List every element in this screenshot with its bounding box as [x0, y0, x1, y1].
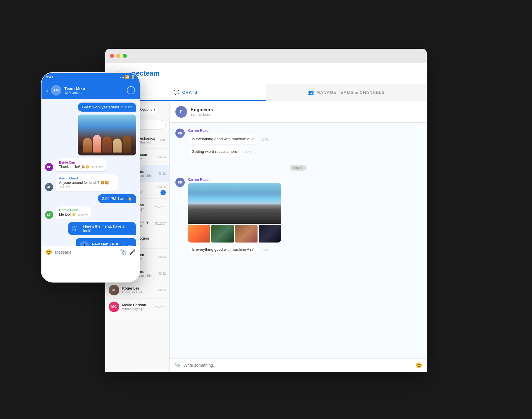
- received-message-bettie: BC Bettie Carr Thanks mike! 🎉👏 12:03 PM: [45, 158, 118, 171]
- phone-chat-name: Team Mike: [64, 86, 124, 91]
- chat-header: E Engineers 32 members: [170, 101, 427, 123]
- gerald-avatar-1: GP: [45, 211, 53, 219]
- karren-sender-name-1: Karren Read: [188, 129, 269, 133]
- desktop-tabs: 💬 CHATS 👥 MANAGE TEAMS & CHANNELS: [105, 84, 427, 101]
- group-avatar-phone: TM: [51, 85, 61, 96]
- message-block-karren1: KR Karren Read Is everything good with m…: [175, 129, 421, 158]
- info-icon-text: i: [130, 88, 131, 93]
- image-thumb-bridge: [235, 225, 258, 243]
- mollie-info: Mollie Carlson Who's staying?: [122, 303, 151, 311]
- tab-manage[interactable]: 👥 MANAGE TEAMS & CHANNELS: [266, 84, 427, 101]
- skyline-image: [188, 183, 281, 224]
- signal-icon: ▪▪▪: [120, 75, 124, 79]
- phone-status-bar: 9:41 ▪▪▪ 📶 🔋: [42, 73, 140, 82]
- allcompany-time: 3/2/2017: [154, 222, 166, 225]
- app-header: c onnecteam: [105, 63, 427, 84]
- mollie-preview: Who's staying?: [122, 307, 151, 311]
- sent-image-1: [45, 115, 136, 155]
- roger-avatar: RL: [109, 285, 119, 295]
- cora-time: 08:15: [158, 186, 166, 189]
- image-message: [78, 115, 136, 155]
- date-divider: Sep 19: [175, 165, 421, 171]
- chat-tab-icon: 💬: [174, 89, 180, 95]
- emoji-icon-desktop[interactable]: 😊: [416, 362, 422, 368]
- gerald-name-1: Gerald Powell: [59, 208, 88, 212]
- john-time: 08:33: [158, 255, 166, 259]
- bettie-avatar: BC: [45, 163, 53, 171]
- image-thumb-sunset: [188, 225, 210, 243]
- info-button[interactable]: i: [127, 86, 135, 94]
- pdf-icon: ⬇: [80, 241, 89, 246]
- message-block-karren2: KR Karren Read: [175, 178, 421, 256]
- franklin-time: 2/3/2017: [154, 205, 166, 209]
- people-image: [78, 115, 136, 155]
- chat-messages-desktop: KR Karren Read Is everything good with m…: [170, 123, 427, 358]
- desktop-content: + add new Options ▾ 🔍 👥: [105, 101, 427, 372]
- pdf-attachment: ⬇ New Menu.PDF 328 Kb 2:07 PM: [76, 238, 136, 246]
- chat-main-panel: E Engineers 32 members KR Karren Read Is…: [170, 101, 427, 372]
- sent-label-2: 2:06 PM: [102, 196, 116, 201]
- pdf-info: New Menu.PDF 328 Kb: [92, 242, 120, 246]
- mic-icon-phone[interactable]: 🎤: [129, 249, 136, 255]
- roger-info: Roger Lee know I did not: [122, 286, 156, 294]
- roger-preview: know I did not: [122, 290, 156, 294]
- karren-avatar-1: KR: [175, 129, 185, 138]
- chevron-down-icon: ▾: [153, 108, 155, 112]
- floor-mechanics-time: 9:42: [160, 139, 166, 142]
- chat-item-roger[interactable]: RL Roger Lee know I did not 08:15: [105, 282, 169, 299]
- roger-time: 08:15: [158, 289, 166, 292]
- sent-message-menu: 2:07 PM Here's the menu, have a look!: [45, 222, 136, 235]
- phone-header-info: Team Mike 12 Members: [64, 86, 124, 94]
- karren-message-content-2: Karren Read: [188, 178, 281, 256]
- desktop-message-input[interactable]: [184, 363, 413, 368]
- karren-time-1: 16:08: [261, 138, 269, 141]
- emoji-icon-phone[interactable]: 😊: [46, 249, 52, 255]
- sent-bubble-1: Great work yesterday! 12:01 PM: [78, 103, 136, 112]
- group-name-desktop: Engineers: [191, 107, 213, 112]
- sent-message-iam: 2:06 PM I am! 👆: [45, 194, 136, 203]
- group-avatar-desktop: E: [175, 106, 187, 118]
- engineers2-time: 08:32: [158, 272, 166, 275]
- mollie-avatar: MC: [109, 302, 119, 312]
- phone-mockup: 9:41 ▪▪▪ 📶 🔋 ‹ TM Team Mike 12 Members i: [41, 72, 140, 283]
- karren-sender-name-2: Karren Read: [188, 178, 281, 182]
- attach-icon-desktop[interactable]: 📎: [174, 362, 181, 368]
- phone-time: 9:41: [46, 75, 53, 79]
- back-button[interactable]: ‹: [46, 87, 48, 94]
- sent-bubble-menu: 2:07 PM Here's the menu, have a look!: [68, 222, 136, 235]
- received-message-aaron: AL Aaron Lloyd Anyone around for lunch? …: [45, 174, 118, 191]
- bettie-bubble: Bettie Carr Thanks mike! 🎉👏 12:03 PM: [56, 158, 107, 171]
- mollie-time: 2/3/2017: [154, 305, 166, 309]
- chat-item-mollie[interactable]: MC Mollie Carlson Who's staying? 2/3/201…: [105, 299, 169, 315]
- sent-time-menu: 2:07 PM: [72, 226, 82, 231]
- maximize-button[interactable]: [123, 54, 127, 58]
- attach-icon-phone[interactable]: 📎: [120, 249, 126, 255]
- aaron-bubble: Aaron Lloyd Anyone around for lunch? 🍔🍔 …: [56, 174, 118, 191]
- aaron-name: Aaron Lloyd: [59, 176, 115, 180]
- karren-bubble-2: Getting wierd resaults here: [188, 146, 241, 157]
- tab-chats-label: CHATS: [182, 90, 197, 95]
- karren-bubble-3: Is everything good with machine A3?: [188, 244, 258, 254]
- group-members-desktop: 32 members: [191, 112, 213, 117]
- karren-time-3: 16:08: [261, 248, 269, 252]
- phone-chat-members: 12 Members: [64, 91, 124, 94]
- tab-manage-label: MANAGE TEAMS & CHANNELS: [317, 90, 385, 95]
- sent-bubble-iam: 2:06 PM I am! 👆: [98, 194, 136, 203]
- window-titlebar: [105, 49, 427, 63]
- phone-messages: Great work yesterday! 12:01 PM: [42, 99, 140, 246]
- wifi-icon: 📶: [125, 75, 129, 79]
- options-label: Options: [140, 108, 152, 112]
- adelaide-time: 08:33: [158, 155, 166, 159]
- sent-message-1: Great work yesterday! 12:01 PM: [45, 103, 136, 112]
- minimize-button[interactable]: [116, 54, 120, 58]
- image-grid: [188, 183, 281, 243]
- image-thumb-forest: [211, 225, 234, 243]
- close-button[interactable]: [110, 54, 114, 58]
- received-message-gerald1: GP Gerald Powell Me too! ✋ 2:08 PM: [45, 206, 118, 219]
- manage-tab-icon: 👥: [308, 89, 314, 95]
- unread-badge-cora: 1: [160, 190, 166, 195]
- engineers-time: 08:32: [158, 172, 166, 175]
- roger-name: Roger Lee: [122, 286, 156, 290]
- phone-message-input[interactable]: [55, 250, 117, 254]
- battery-icon: 🔋: [131, 75, 135, 79]
